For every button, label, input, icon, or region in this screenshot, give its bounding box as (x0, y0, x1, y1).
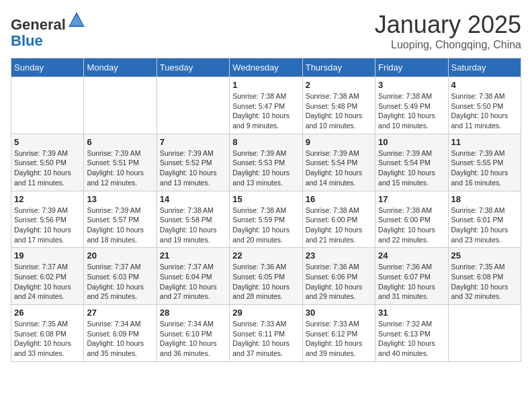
calendar-cell: 10Sunrise: 7:39 AM Sunset: 5:54 PM Dayli… (375, 134, 448, 191)
day-detail: Sunrise: 7:38 AM Sunset: 5:59 PM Dayligh… (232, 205, 299, 245)
calendar-cell: 15Sunrise: 7:38 AM Sunset: 5:59 PM Dayli… (230, 191, 302, 248)
day-detail: Sunrise: 7:36 AM Sunset: 6:05 PM Dayligh… (232, 262, 299, 302)
calendar-cell: 18Sunrise: 7:38 AM Sunset: 6:01 PM Dayli… (448, 191, 521, 248)
day-number: 10 (378, 137, 445, 147)
weekday-header-thursday: Thursday (302, 58, 375, 77)
day-number: 18 (451, 194, 518, 204)
calendar-cell: 3Sunrise: 7:38 AM Sunset: 5:49 PM Daylig… (375, 77, 448, 134)
day-detail: Sunrise: 7:39 AM Sunset: 5:55 PM Dayligh… (451, 148, 518, 188)
calendar-cell: 9Sunrise: 7:39 AM Sunset: 5:54 PM Daylig… (302, 134, 375, 191)
day-detail: Sunrise: 7:38 AM Sunset: 5:50 PM Dayligh… (451, 91, 518, 131)
day-detail: Sunrise: 7:36 AM Sunset: 6:07 PM Dayligh… (378, 262, 445, 302)
day-detail: Sunrise: 7:35 AM Sunset: 6:08 PM Dayligh… (451, 262, 518, 302)
calendar-week-row: 19Sunrise: 7:37 AM Sunset: 6:02 PM Dayli… (11, 248, 521, 305)
day-number: 28 (160, 308, 226, 318)
calendar-week-row: 12Sunrise: 7:39 AM Sunset: 5:56 PM Dayli… (11, 191, 521, 248)
calendar-cell: 30Sunrise: 7:33 AM Sunset: 6:12 PM Dayli… (302, 305, 375, 362)
calendar-cell: 8Sunrise: 7:39 AM Sunset: 5:53 PM Daylig… (230, 134, 302, 191)
day-number: 6 (87, 137, 153, 147)
day-detail: Sunrise: 7:38 AM Sunset: 5:48 PM Dayligh… (306, 91, 372, 131)
calendar-cell: 19Sunrise: 7:37 AM Sunset: 6:02 PM Dayli… (11, 248, 84, 305)
day-number: 31 (378, 308, 445, 318)
day-detail: Sunrise: 7:34 AM Sunset: 6:10 PM Dayligh… (160, 319, 226, 359)
day-number: 30 (306, 308, 372, 318)
weekday-header-monday: Monday (84, 58, 157, 77)
day-detail: Sunrise: 7:37 AM Sunset: 6:04 PM Dayligh… (160, 262, 226, 302)
day-number: 25 (451, 250, 518, 261)
calendar-cell: 28Sunrise: 7:34 AM Sunset: 6:10 PM Dayli… (157, 305, 229, 362)
day-detail: Sunrise: 7:37 AM Sunset: 6:03 PM Dayligh… (87, 262, 153, 302)
day-detail: Sunrise: 7:35 AM Sunset: 6:08 PM Dayligh… (14, 319, 81, 359)
title-block: January 2025 Luoping, Chongqing, China (375, 11, 521, 51)
day-detail: Sunrise: 7:39 AM Sunset: 5:56 PM Dayligh… (14, 205, 81, 245)
day-number: 12 (14, 194, 81, 204)
calendar-cell: 5Sunrise: 7:39 AM Sunset: 5:50 PM Daylig… (11, 134, 84, 191)
day-number: 14 (160, 194, 226, 204)
day-number: 15 (232, 194, 299, 204)
day-detail: Sunrise: 7:33 AM Sunset: 6:12 PM Dayligh… (306, 319, 372, 359)
day-detail: Sunrise: 7:32 AM Sunset: 6:13 PM Dayligh… (378, 319, 445, 359)
day-number: 19 (14, 250, 81, 261)
day-detail: Sunrise: 7:39 AM Sunset: 5:52 PM Dayligh… (160, 148, 226, 188)
day-detail: Sunrise: 7:34 AM Sunset: 6:09 PM Dayligh… (87, 319, 153, 359)
day-number: 13 (87, 194, 153, 204)
calendar-cell: 2Sunrise: 7:38 AM Sunset: 5:48 PM Daylig… (302, 77, 375, 134)
calendar-cell: 24Sunrise: 7:36 AM Sunset: 6:07 PM Dayli… (375, 248, 448, 305)
day-number: 26 (14, 308, 81, 318)
calendar-cell: 21Sunrise: 7:37 AM Sunset: 6:04 PM Dayli… (157, 248, 229, 305)
day-detail: Sunrise: 7:39 AM Sunset: 5:50 PM Dayligh… (14, 148, 81, 188)
day-detail: Sunrise: 7:38 AM Sunset: 5:58 PM Dayligh… (160, 205, 226, 245)
day-detail: Sunrise: 7:39 AM Sunset: 5:51 PM Dayligh… (87, 148, 153, 188)
calendar-cell: 31Sunrise: 7:32 AM Sunset: 6:13 PM Dayli… (375, 305, 448, 362)
calendar-cell: 17Sunrise: 7:38 AM Sunset: 6:00 PM Dayli… (375, 191, 448, 248)
calendar-week-row: 26Sunrise: 7:35 AM Sunset: 6:08 PM Dayli… (11, 305, 521, 362)
calendar-cell (448, 305, 521, 362)
page-header: General Blue January 2025 Luoping, Chong… (11, 11, 521, 51)
day-number: 21 (160, 250, 226, 261)
weekday-header-tuesday: Tuesday (157, 58, 229, 77)
day-number: 29 (232, 308, 299, 318)
calendar-cell: 11Sunrise: 7:39 AM Sunset: 5:55 PM Dayli… (448, 134, 521, 191)
calendar-cell (84, 77, 157, 134)
calendar-cell: 25Sunrise: 7:35 AM Sunset: 6:08 PM Dayli… (448, 248, 521, 305)
day-number: 2 (306, 80, 372, 90)
day-number: 7 (160, 137, 226, 147)
weekday-header-wednesday: Wednesday (230, 58, 302, 77)
calendar-cell: 20Sunrise: 7:37 AM Sunset: 6:03 PM Dayli… (84, 248, 157, 305)
day-detail: Sunrise: 7:39 AM Sunset: 5:54 PM Dayligh… (306, 148, 372, 188)
day-detail: Sunrise: 7:38 AM Sunset: 6:00 PM Dayligh… (378, 205, 445, 245)
day-detail: Sunrise: 7:38 AM Sunset: 5:47 PM Dayligh… (232, 91, 299, 131)
day-detail: Sunrise: 7:39 AM Sunset: 5:57 PM Dayligh… (87, 205, 153, 245)
location-subtitle: Luoping, Chongqing, China (375, 39, 521, 51)
calendar-week-row: 1Sunrise: 7:38 AM Sunset: 5:47 PM Daylig… (11, 77, 521, 134)
day-detail: Sunrise: 7:38 AM Sunset: 5:49 PM Dayligh… (378, 91, 445, 131)
day-detail: Sunrise: 7:33 AM Sunset: 6:11 PM Dayligh… (232, 319, 299, 359)
calendar-cell (11, 77, 84, 134)
calendar-cell: 13Sunrise: 7:39 AM Sunset: 5:57 PM Dayli… (84, 191, 157, 248)
weekday-header-sunday: Sunday (11, 58, 84, 77)
month-title: January 2025 (375, 11, 521, 39)
logo-general-text: General (11, 16, 66, 33)
logo-blue-text: Blue (11, 32, 43, 49)
day-number: 23 (306, 250, 372, 261)
calendar-table: SundayMondayTuesdayWednesdayThursdayFrid… (11, 58, 521, 362)
calendar-cell: 7Sunrise: 7:39 AM Sunset: 5:52 PM Daylig… (157, 134, 229, 191)
calendar-cell: 6Sunrise: 7:39 AM Sunset: 5:51 PM Daylig… (84, 134, 157, 191)
calendar-cell: 4Sunrise: 7:38 AM Sunset: 5:50 PM Daylig… (448, 77, 521, 134)
calendar-cell: 1Sunrise: 7:38 AM Sunset: 5:47 PM Daylig… (230, 77, 302, 134)
day-number: 24 (378, 250, 445, 261)
day-number: 4 (451, 80, 518, 90)
calendar-cell: 26Sunrise: 7:35 AM Sunset: 6:08 PM Dayli… (11, 305, 84, 362)
calendar-cell: 23Sunrise: 7:36 AM Sunset: 6:06 PM Dayli… (302, 248, 375, 305)
calendar-cell: 27Sunrise: 7:34 AM Sunset: 6:09 PM Dayli… (84, 305, 157, 362)
day-number: 17 (378, 194, 445, 204)
day-number: 20 (87, 250, 153, 261)
calendar-week-row: 5Sunrise: 7:39 AM Sunset: 5:50 PM Daylig… (11, 134, 521, 191)
calendar-cell: 22Sunrise: 7:36 AM Sunset: 6:05 PM Dayli… (230, 248, 302, 305)
day-number: 27 (87, 308, 153, 318)
calendar-cell: 29Sunrise: 7:33 AM Sunset: 6:11 PM Dayli… (230, 305, 302, 362)
logo: General Blue (11, 11, 86, 49)
calendar-cell: 14Sunrise: 7:38 AM Sunset: 5:58 PM Dayli… (157, 191, 229, 248)
day-number: 5 (14, 137, 81, 147)
svg-marker-1 (70, 15, 83, 26)
